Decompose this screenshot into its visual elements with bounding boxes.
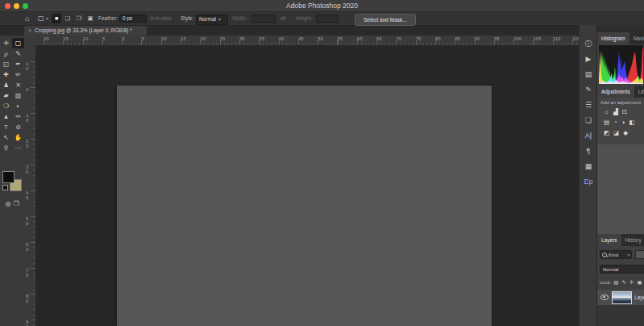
- canvas-pasteboard[interactable]: [35, 45, 579, 326]
- path-selection-tool[interactable]: ↖: [0, 132, 12, 143]
- photo-filter-adjustment-icon[interactable]: ◪: [613, 129, 619, 136]
- zoom-tool[interactable]: ⚲: [0, 143, 12, 153]
- filter-toggle-icon[interactable]: [635, 250, 644, 259]
- layer-thumbnail[interactable]: [612, 291, 632, 304]
- clone-source-panel-icon[interactable]: ❏: [580, 114, 597, 127]
- tab-libraries[interactable]: Lib: [634, 86, 644, 98]
- document-canvas[interactable]: [117, 86, 492, 326]
- blend-mode-row: Normal: [600, 265, 644, 274]
- vibrance-adjustment-icon[interactable]: ◔: [613, 119, 617, 126]
- select-and-mask-button[interactable]: Select and Mask...: [355, 14, 416, 26]
- screen-mode-button[interactable]: ❐: [13, 200, 19, 207]
- lasso-tool[interactable]: ℘: [0, 48, 12, 59]
- ruler-label: 85: [455, 36, 460, 41]
- shape-tool[interactable]: ⊘: [12, 122, 24, 132]
- ruler-label: 3 0: [26, 165, 28, 174]
- tab-histogram[interactable]: Histogram: [597, 32, 629, 44]
- lock-position-icon[interactable]: ✛: [629, 279, 634, 286]
- hand-tool[interactable]: ✋: [12, 132, 24, 143]
- lock-transparency-icon[interactable]: ▨: [613, 279, 618, 286]
- ruler-label: 1 0: [26, 61, 28, 71]
- width-input[interactable]: [251, 15, 276, 23]
- brushes-panel-icon[interactable]: ☰: [580, 98, 597, 111]
- object-selection-tool[interactable]: ✎: [12, 48, 24, 59]
- height-input[interactable]: [316, 15, 339, 23]
- tab-history[interactable]: History: [621, 234, 644, 246]
- tab-layers[interactable]: Layers: [597, 234, 621, 246]
- dodge-tool[interactable]: ◐: [12, 101, 24, 111]
- document-tab[interactable]: ×Cropping.jpg @ 33.3% (Layer 0, RGB/8) *: [24, 26, 147, 36]
- extension-panel-icon[interactable]: Ep: [580, 175, 597, 188]
- layer-visibility-eye-icon[interactable]: [600, 295, 609, 300]
- spot-healing-brush-tool[interactable]: ✚: [0, 69, 12, 80]
- ruler-label: 15: [63, 36, 69, 41]
- black-white-adjustment-icon[interactable]: ◩: [604, 129, 609, 136]
- tab-navigator[interactable]: Navig: [629, 32, 644, 44]
- new-selection-mode[interactable]: ■: [52, 14, 61, 23]
- edit-toolbar[interactable]: ⋯: [12, 143, 24, 153]
- color-balance-adjustment-icon[interactable]: ◧: [629, 119, 634, 126]
- style-dropdown[interactable]: Normal▾: [196, 15, 228, 25]
- selection-mode-group: ■❏❐▣: [52, 14, 95, 23]
- sharpen-tool[interactable]: ▲: [0, 111, 12, 122]
- gradient-tool[interactable]: ▥: [12, 90, 24, 101]
- chevron-down-icon: ▾: [627, 253, 629, 257]
- swap-dimensions-icon[interactable]: ⇄: [280, 12, 286, 25]
- ruler-label: 10: [161, 36, 167, 41]
- rectangular-marquee-tool[interactable]: ▢: [12, 38, 24, 48]
- home-icon[interactable]: ⌂: [25, 12, 29, 25]
- blur-tool[interactable]: ❍: [0, 101, 12, 111]
- blend-mode-dropdown[interactable]: Normal: [600, 265, 644, 274]
- channel-mixer-adjustment-icon[interactable]: ◆: [623, 129, 628, 136]
- info-panel-icon[interactable]: ⓘ: [580, 37, 597, 50]
- current-tool-icon[interactable]: ▢: [38, 12, 44, 25]
- tab-adjustments[interactable]: Adjustments: [597, 86, 634, 98]
- vertical-ruler[interactable]: 1 001 02 03 04 05 06 07 08 09 0: [24, 45, 35, 326]
- ruler-label: 20: [200, 36, 206, 41]
- brush-tool[interactable]: ✏: [12, 69, 24, 80]
- layer-filter-dropdown[interactable]: Kind ▾: [600, 250, 632, 259]
- ruler-label: 9 0: [26, 320, 28, 326]
- exposure-adjustment-icon[interactable]: ▤: [604, 119, 609, 126]
- gradients-panel-icon[interactable]: ▦: [580, 160, 597, 173]
- ruler-label: 2 0: [26, 139, 28, 148]
- intersect-selection-mode[interactable]: ▣: [85, 14, 95, 23]
- brightness-contrast-adjustment-icon[interactable]: ☼: [604, 108, 609, 115]
- character-panel-icon[interactable]: A|: [580, 129, 597, 142]
- brush-settings-panel-icon[interactable]: ✎: [580, 83, 597, 96]
- quick-mask-mode-button[interactable]: ◍: [5, 200, 10, 207]
- curves-adjustment-icon[interactable]: ⊡: [622, 108, 627, 115]
- chevron-down-icon: ▾: [218, 17, 221, 22]
- libraries-panel-icon[interactable]: ▤: [580, 68, 597, 81]
- eraser-tool[interactable]: ▰: [0, 90, 12, 101]
- histogram-panel: [597, 44, 644, 86]
- hue-saturation-adjustment-icon[interactable]: ◑: [621, 119, 625, 126]
- paragraph-panel-icon[interactable]: ¶: [580, 144, 597, 157]
- clone-stamp-tool[interactable]: ♟: [0, 80, 12, 90]
- close-tab-icon[interactable]: ×: [28, 27, 31, 33]
- layer-row[interactable]: Layer 0: [597, 290, 644, 305]
- history-brush-tool[interactable]: ✕: [12, 80, 24, 90]
- actions-panel-icon[interactable]: ▶: [580, 52, 597, 65]
- lock-paint-icon[interactable]: ✎: [622, 279, 626, 286]
- crop-tool[interactable]: ◱: [0, 59, 12, 69]
- eyedropper-tool[interactable]: ✒: [12, 59, 24, 69]
- type-tool[interactable]: T: [0, 122, 12, 132]
- pen-tool[interactable]: ✑: [12, 111, 24, 122]
- feather-input[interactable]: [119, 15, 147, 23]
- foreground-color-swatch[interactable]: [2, 171, 15, 183]
- title-bar: Adobe Photoshop 2020: [0, 0, 644, 12]
- tool-preset-chevron-icon[interactable]: ▾: [46, 12, 48, 25]
- histogram-graph: [599, 45, 643, 84]
- subtract-from-selection-mode[interactable]: ❐: [74, 14, 84, 23]
- ruler-label: 40: [279, 36, 285, 41]
- add-to-selection-mode[interactable]: ❏: [63, 14, 73, 23]
- ruler-label: 1 0: [26, 113, 28, 123]
- move-tool[interactable]: ✛: [0, 38, 12, 48]
- ruler-label: 7 0: [26, 268, 28, 278]
- search-icon: [602, 253, 607, 257]
- document-tab-title: Cropping.jpg @ 33.3% (Layer 0, RGB/8) *: [35, 27, 132, 33]
- default-colors-icon[interactable]: [2, 185, 8, 190]
- levels-adjustment-icon[interactable]: ▟: [613, 108, 618, 115]
- lock-all-icon[interactable]: ▣: [637, 279, 642, 286]
